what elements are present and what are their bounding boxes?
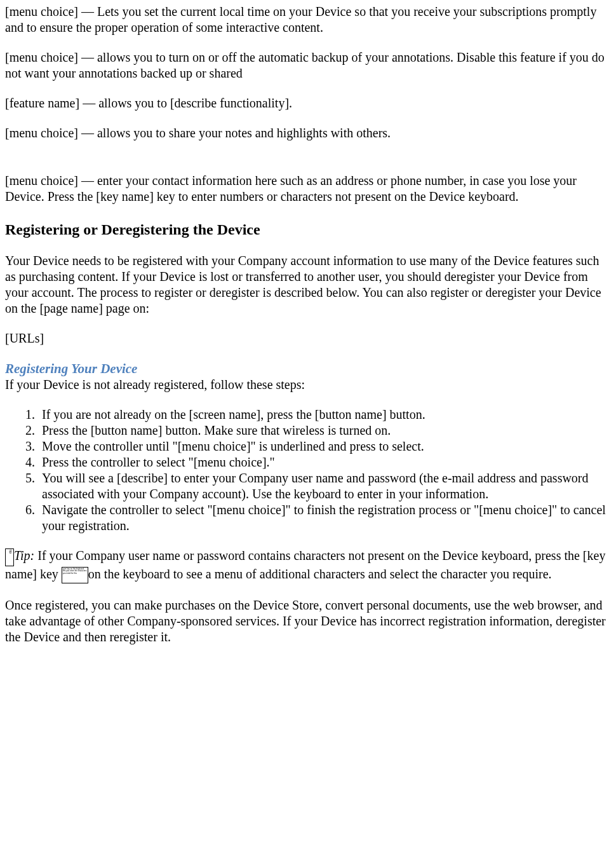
step-item: If you are not already on the [screen na… <box>38 407 611 423</box>
paragraph-menu-localtime: [menu choice] — Lets you set the current… <box>5 4 611 36</box>
step-item: Move the controller until "[menu choice]… <box>38 439 611 454</box>
paragraph-feature-placeholder: [feature name] — allows you to [describe… <box>5 95 611 111</box>
paragraph-tip: tipTip: If your Company user name or pas… <box>5 548 611 583</box>
tip-label: Tip: <box>14 548 34 562</box>
subheading-registering-your-device: Registering Your Device <box>5 360 611 377</box>
tip-text-after-key: on the keyboard to see a menu of additio… <box>88 567 552 581</box>
paragraph-menu-backup: [menu choice] — allows you to turn on or… <box>5 50 611 81</box>
steps-list: If you are not already on the [screen na… <box>5 407 611 534</box>
spacer <box>5 155 611 173</box>
key-icon: sym key on the keyboard lets you enter t… <box>62 567 88 583</box>
step-item: Navigate the controller to select "[menu… <box>38 502 611 534</box>
heading-registering: Registering or Deregistering the Device <box>5 220 611 239</box>
tip-icon: tip <box>5 548 14 566</box>
paragraph-follow-steps: If your Device is not already registered… <box>5 377 611 393</box>
paragraph-registering-intro: Your Device needs to be registered with … <box>5 253 611 317</box>
paragraph-once-registered: Once registered, you can make purchases … <box>5 597 611 645</box>
step-item: Press the [button name] button. Make sur… <box>38 423 611 439</box>
paragraph-menu-contact: [menu choice] — enter your contact infor… <box>5 173 611 205</box>
step-item: Press the controller to select "[menu ch… <box>38 454 611 470</box>
step-item: You will see a [describe] to enter your … <box>38 470 611 502</box>
paragraph-menu-share: [menu choice] — allows you to share your… <box>5 125 611 141</box>
paragraph-urls: [URLs] <box>5 330 611 346</box>
